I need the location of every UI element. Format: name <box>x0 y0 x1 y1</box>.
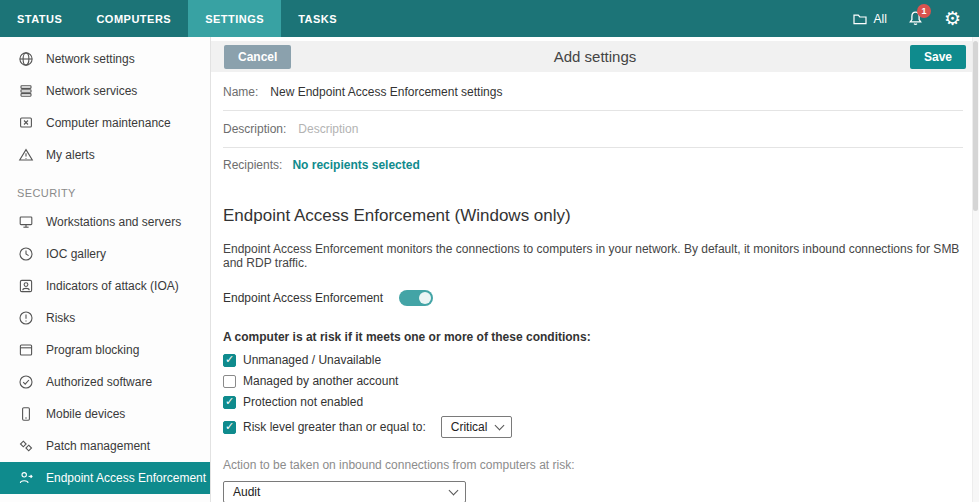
protection-checkbox[interactable] <box>223 396 236 409</box>
action-label: Action to be taken on inbound connection… <box>223 458 963 472</box>
name-row: Name: <box>223 74 963 111</box>
action-select[interactable]: Audit <box>223 481 466 502</box>
condition-label: Protection not enabled <box>243 395 363 409</box>
window-icon <box>17 342 34 358</box>
sidebar-item-label: Network services <box>46 84 137 98</box>
sidebar-item-ioc-gallery[interactable]: IOC gallery <box>0 238 210 270</box>
description-input[interactable] <box>296 121 963 137</box>
sidebar-item-label: Endpoint Access Enforcement <box>46 471 206 485</box>
notification-badge: 1 <box>917 4 931 18</box>
condition-unmanaged: Unmanaged / Unavailable <box>223 353 963 367</box>
sidebar-item-network-services[interactable]: Network services <box>0 75 210 107</box>
settings-sidebar: Network settings Network services Comput… <box>0 37 211 502</box>
page-title: Add settings <box>554 48 637 65</box>
recipients-link[interactable]: No recipients selected <box>292 158 419 172</box>
cancel-button[interactable]: Cancel <box>224 45 291 69</box>
person-card-icon <box>17 278 34 294</box>
name-input[interactable] <box>268 84 963 100</box>
action-value: Audit <box>233 485 260 499</box>
sidebar-item-patch-management[interactable]: Patch management <box>0 430 210 462</box>
recipients-label: Recipients: <box>223 158 282 172</box>
tab-status[interactable]: STATUS <box>0 0 79 37</box>
condition-label: Risk level greater than or equal to: <box>243 420 426 434</box>
sidebar-item-label: Program blocking <box>46 343 139 357</box>
notifications-button[interactable]: 1 <box>907 10 924 27</box>
mobile-icon <box>17 406 34 422</box>
section-description: Endpoint Access Enforcement monitors the… <box>223 242 963 270</box>
folder-icon <box>852 11 868 27</box>
sidebar-item-label: Authorized software <box>46 375 152 389</box>
unmanaged-checkbox[interactable] <box>223 354 236 367</box>
computer-maintenance-icon <box>17 115 34 131</box>
sidebar-item-computer-maintenance[interactable]: Computer maintenance <box>0 107 210 139</box>
main-panel: Cancel Add settings Save Name: Descripti… <box>211 37 979 502</box>
folder-scope-label: All <box>874 12 887 26</box>
vertical-scrollbar[interactable] <box>972 37 979 502</box>
enforcement-toggle[interactable] <box>399 290 433 306</box>
person-network-icon <box>17 470 34 486</box>
gear-icon[interactable]: ⚙ <box>944 9 961 28</box>
description-row: Description: <box>223 111 963 148</box>
chevron-down-icon <box>449 486 459 496</box>
sidebar-item-endpoint-access-enforcement[interactable]: Endpoint Access Enforcement <box>0 462 210 494</box>
risk-level-select[interactable]: Critical <box>441 416 513 438</box>
sidebar-item-program-blocking[interactable]: Program blocking <box>0 334 210 366</box>
risk-icon <box>17 310 34 326</box>
condition-protection-disabled: Protection not enabled <box>223 395 963 409</box>
recipients-row: Recipients: No recipients selected <box>223 148 963 182</box>
description-label: Description: <box>223 122 286 136</box>
sidebar-item-label: My alerts <box>46 148 95 162</box>
enforcement-toggle-label: Endpoint Access Enforcement <box>223 291 383 305</box>
globe-icon <box>17 51 34 67</box>
sidebar-item-label: Patch management <box>46 439 150 453</box>
sidebar-item-label: Risks <box>46 311 75 325</box>
topbar-right: All 1 ⚙ <box>852 0 979 37</box>
risk-level-checkbox[interactable] <box>223 421 236 434</box>
managed-other-checkbox[interactable] <box>223 375 236 388</box>
alert-triangle-icon <box>17 147 34 163</box>
name-label: Name: <box>223 85 258 99</box>
risk-level-value: Critical <box>451 420 488 434</box>
sidebar-item-workstations-and-servers[interactable]: Workstations and servers <box>0 206 210 238</box>
monitor-icon <box>17 214 34 230</box>
sidebar-item-network-settings[interactable]: Network settings <box>0 43 210 75</box>
sidebar-item-my-alerts[interactable]: My alerts <box>0 139 210 171</box>
conditions-title: A computer is at risk if it meets one or… <box>223 330 963 344</box>
scrollbar-thumb[interactable] <box>973 41 978 211</box>
sidebar-item-indicators-of-attack[interactable]: Indicators of attack (IOA) <box>0 270 210 302</box>
condition-label: Unmanaged / Unavailable <box>243 353 381 367</box>
clock-icon <box>17 246 34 262</box>
sidebar-item-label: Network settings <box>46 52 135 66</box>
sidebar-item-authorized-software[interactable]: Authorized software <box>0 366 210 398</box>
action-bar: Cancel Add settings Save <box>211 41 979 72</box>
save-button[interactable]: Save <box>910 45 966 69</box>
patches-icon <box>17 438 34 454</box>
check-circle-icon <box>17 374 34 390</box>
sidebar-item-label: IOC gallery <box>46 247 106 261</box>
top-navigation: STATUS COMPUTERS SETTINGS TASKS All 1 ⚙ <box>0 0 979 37</box>
enforcement-toggle-row: Endpoint Access Enforcement <box>223 290 963 306</box>
tab-settings[interactable]: SETTINGS <box>188 0 281 37</box>
condition-label: Managed by another account <box>243 374 398 388</box>
sidebar-item-risks[interactable]: Risks <box>0 302 210 334</box>
sidebar-item-label: Workstations and servers <box>46 215 181 229</box>
section-title: Endpoint Access Enforcement (Windows onl… <box>223 206 963 226</box>
condition-risk-level: Risk level greater than or equal to: Cri… <box>223 416 963 438</box>
chevron-down-icon <box>495 421 505 431</box>
services-icon <box>17 83 34 99</box>
filter-scope-button[interactable]: All <box>852 11 887 27</box>
toggle-knob <box>419 292 431 304</box>
settings-form: Name: Description: Recipients: No recipi… <box>211 72 979 502</box>
condition-managed-other: Managed by another account <box>223 374 963 388</box>
tab-computers[interactable]: COMPUTERS <box>79 0 188 37</box>
sidebar-item-label: Computer maintenance <box>46 116 171 130</box>
tab-tasks[interactable]: TASKS <box>281 0 354 37</box>
sidebar-item-mobile-devices[interactable]: Mobile devices <box>0 398 210 430</box>
sidebar-item-label: Indicators of attack (IOA) <box>46 279 179 293</box>
sidebar-item-label: Mobile devices <box>46 407 125 421</box>
sidebar-section-security: SECURITY <box>0 171 210 206</box>
